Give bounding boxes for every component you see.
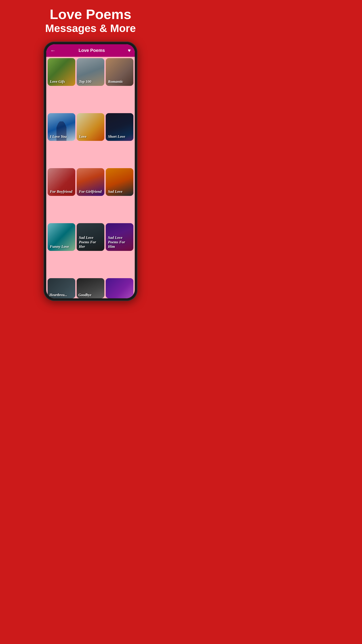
grid-item-i-love-you[interactable]: I Love You [48,113,75,141]
grid-item-love[interactable]: Love [77,113,104,141]
app-header: Love Poems Messages & More [41,0,140,39]
card-label-shortlove: Short Love [106,132,127,141]
card-label-top100: Top 100 [77,78,94,86]
grid-item-for-girlfriend[interactable]: For Girlfriend [77,168,104,196]
grid-item-sad-love-her[interactable]: Sad Love Poems For Her [77,223,104,251]
grid-item-romantic[interactable]: Romantic [106,58,133,86]
grid-item-love-gifs[interactable]: Love Gifs [48,58,75,86]
card-label-heartbreak: Heartbrea... [48,292,69,298]
card-label-funnylove: Funny Love [48,242,71,251]
card-label-romantic: Romantic [106,78,125,86]
card-label-iloveyou: I Love You [48,132,69,141]
grid-item-top100[interactable]: Top 100 [77,58,104,86]
grid-item-goodbye[interactable]: Goodbye [77,278,104,298]
main-subtitle: Messages & More [45,22,136,35]
grid-item-short-love[interactable]: Short Love [106,113,133,141]
phone-screen: ← Love Poems ♥ Love Gifs Top 100 Romanti… [46,44,135,298]
appbar-title: Love Poems [79,48,105,53]
card-label-sadlovehim: Sad Love Poems For Him [106,234,133,251]
card-label-sadlove: Sad Love [106,188,125,196]
card-label-love: Love [77,132,89,141]
grid-item-funny-love[interactable]: Funny Love [48,223,75,251]
partial-bottom-row: Heartbrea... Goodbye [46,278,135,298]
card-label-sadloveher: Sad Love Poems For Her [77,234,104,251]
back-button[interactable]: ← [50,48,56,54]
main-title: Love Poems [45,7,136,22]
phone-mockup: ← Love Poems ♥ Love Gifs Top 100 Romanti… [43,42,137,301]
grid-item-extra[interactable] [106,278,133,298]
favorites-heart-icon[interactable]: ♥ [128,48,131,54]
card-bg-extra [106,278,133,298]
app-bar: ← Love Poems ♥ [46,44,135,57]
card-label-forgirlfriend: For Girlfriend [77,188,104,196]
grid-item-heartbreak[interactable]: Heartbrea... [48,278,75,298]
card-label-love-gifs: Love Gifs [48,78,67,86]
card-label-goodbye: Goodbye [77,292,93,298]
category-grid: Love Gifs Top 100 Romantic I Love You [46,57,135,278]
grid-item-sad-love[interactable]: Sad Love [106,168,133,196]
grid-item-sad-love-him[interactable]: Sad Love Poems For Him [106,223,133,251]
card-label-forboyfriend: For Boyfriend [48,188,75,196]
card-label-extra [106,296,109,298]
grid-item-for-boyfriend[interactable]: For Boyfriend [48,168,75,196]
